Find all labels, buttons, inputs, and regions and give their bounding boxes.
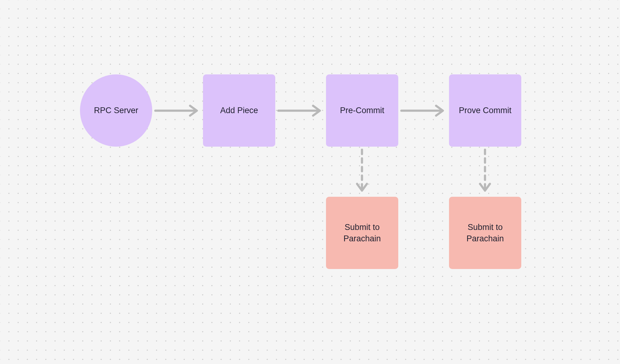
node-rpc-server: RPC Server	[80, 74, 152, 147]
edges-layer	[0, 0, 620, 364]
edge-addpiece-to-precommit	[278, 106, 320, 116]
edge-prove-to-submit	[480, 150, 490, 191]
node-add-piece: Add Piece	[203, 74, 275, 147]
edge-precommit-to-submit	[357, 150, 367, 191]
node-submit-parachain-2: Submit to Parachain	[449, 197, 521, 269]
diagram-canvas: RPC Server Add Piece Pre-Commit Prove Co…	[0, 0, 620, 364]
node-submit-parachain-1: Submit to Parachain	[326, 197, 398, 269]
node-pre-commit: Pre-Commit	[326, 74, 398, 147]
edge-precommit-to-prove	[401, 106, 443, 116]
edge-rpc-to-addpiece	[155, 106, 197, 116]
node-prove-commit: Prove Commit	[449, 74, 521, 147]
